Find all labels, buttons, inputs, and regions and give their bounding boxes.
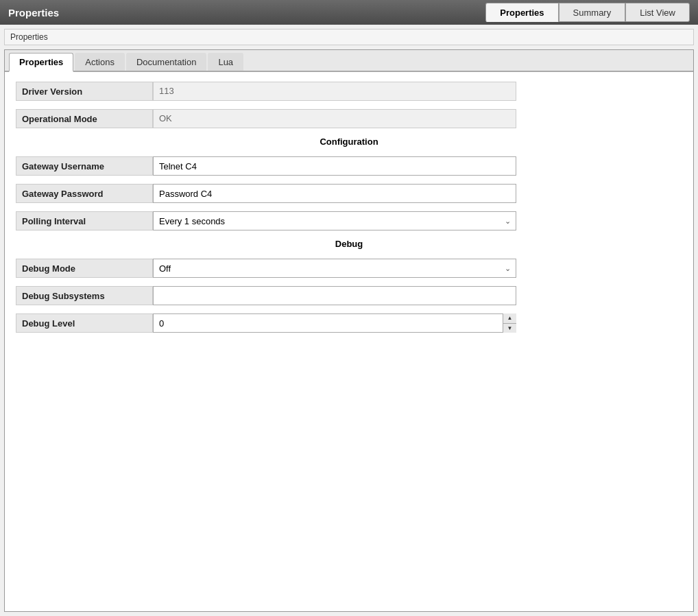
configuration-section-header: Configuration xyxy=(16,137,682,147)
polling-interval-row: Polling Interval Every 1 seconds Every 5… xyxy=(16,211,682,230)
gateway-password-label: Gateway Password xyxy=(16,184,153,203)
title-bar: Properties Properties Summary List View xyxy=(0,0,698,25)
debug-level-row: Debug Level ▲ ▼ xyxy=(16,313,682,333)
debug-subsystems-input[interactable] xyxy=(153,286,516,305)
tab-actions[interactable]: Actions xyxy=(75,53,125,71)
tab-lua[interactable]: Lua xyxy=(208,53,243,71)
main-container: Properties Properties Summary List View … xyxy=(0,0,698,616)
polling-interval-select[interactable]: Every 1 seconds Every 5 seconds Every 10… xyxy=(153,211,516,230)
operational-mode-value: OK xyxy=(153,109,516,128)
gateway-username-row: Gateway Username xyxy=(16,156,682,176)
debug-level-spinbox: ▲ ▼ xyxy=(153,313,516,333)
tab-documentation[interactable]: Documentation xyxy=(126,53,206,71)
debug-level-label: Debug Level xyxy=(16,313,153,333)
title-tab-listview[interactable]: List View xyxy=(625,3,690,22)
debug-mode-row: Debug Mode Off On ⌄ xyxy=(16,259,682,278)
properties-content: Driver Version 113 Operational Mode OK xyxy=(5,72,693,611)
gateway-username-input[interactable] xyxy=(153,156,516,176)
gateway-username-label: Gateway Username xyxy=(16,156,153,176)
operational-mode-label: Operational Mode xyxy=(16,109,153,128)
operational-mode-row: Operational Mode OK xyxy=(16,109,682,128)
content-area: Properties Properties Actions Documentat… xyxy=(0,25,698,616)
polling-interval-label: Polling Interval xyxy=(16,211,153,230)
breadcrumb: Properties xyxy=(4,29,694,45)
title-tab-properties[interactable]: Properties xyxy=(485,3,558,22)
debug-level-spin-up[interactable]: ▲ xyxy=(503,313,516,324)
driver-version-label: Driver Version xyxy=(16,82,153,101)
title-tab-summary[interactable]: Summary xyxy=(559,3,626,22)
sub-tab-bar: Properties Actions Documentation Lua xyxy=(5,50,693,72)
debug-level-input[interactable] xyxy=(153,313,516,333)
debug-subsystems-label: Debug Subsystems xyxy=(16,286,153,305)
debug-level-spin-buttons: ▲ ▼ xyxy=(503,313,516,333)
driver-version-value: 113 xyxy=(153,82,516,101)
debug-level-spin-down[interactable]: ▼ xyxy=(503,324,516,333)
debug-mode-label: Debug Mode xyxy=(16,259,153,278)
debug-mode-wrapper: Off On ⌄ xyxy=(153,259,516,278)
driver-version-row: Driver Version 113 xyxy=(16,82,682,101)
gateway-password-row: Gateway Password xyxy=(16,184,682,203)
debug-subsystems-row: Debug Subsystems xyxy=(16,286,682,305)
debug-section-header: Debug xyxy=(16,239,682,249)
main-panel: Properties Actions Documentation Lua Dri… xyxy=(4,49,694,612)
tab-properties[interactable]: Properties xyxy=(9,53,73,72)
gateway-password-input[interactable] xyxy=(153,184,516,203)
title-bar-tabs: Properties Summary List View xyxy=(485,3,690,22)
app-title: Properties xyxy=(8,7,59,19)
polling-interval-wrapper: Every 1 seconds Every 5 seconds Every 10… xyxy=(153,211,516,230)
debug-mode-select[interactable]: Off On xyxy=(153,259,516,278)
